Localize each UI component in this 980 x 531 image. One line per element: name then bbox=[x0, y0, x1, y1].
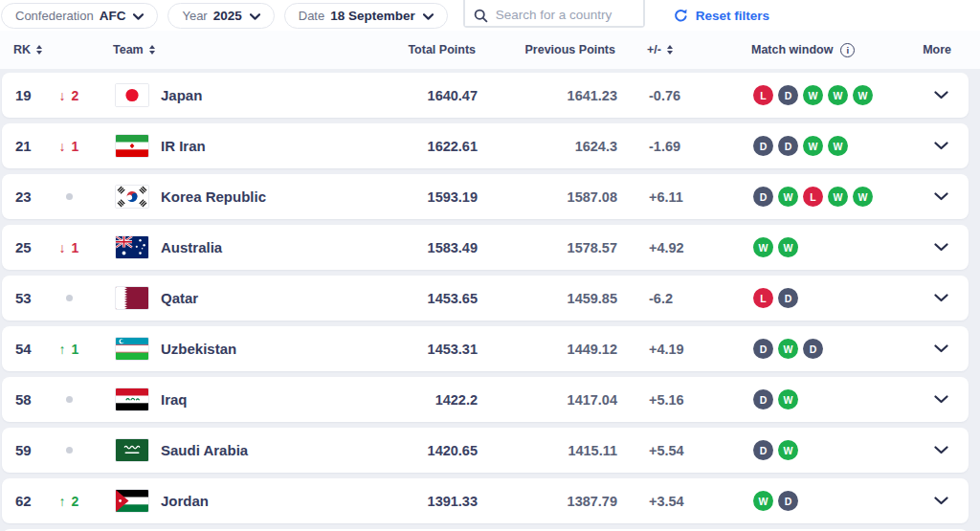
column-header-plus-minus[interactable]: +/- bbox=[615, 43, 721, 56]
no-change-dot bbox=[66, 295, 73, 301]
match-result-badge: W bbox=[778, 339, 798, 359]
table-header: RK Team Total Points Previous Points +/-… bbox=[0, 31, 980, 69]
match-result-badge: W bbox=[778, 187, 798, 207]
chevron-down-icon[interactable] bbox=[930, 138, 952, 154]
team-flag bbox=[115, 438, 149, 462]
confederation-filter[interactable]: Confederation AFC bbox=[1, 3, 158, 29]
team-flag bbox=[115, 134, 149, 158]
team-flag bbox=[115, 83, 149, 107]
chevron-down-icon[interactable] bbox=[930, 188, 952, 205]
movement-arrow-icon: ↓ bbox=[59, 240, 66, 255]
points-change: -0.76 bbox=[649, 88, 680, 103]
team-name[interactable]: Uzbekistan bbox=[161, 341, 236, 357]
column-header-rank[interactable]: RK bbox=[0, 43, 42, 56]
points-change: +6.11 bbox=[649, 189, 683, 205]
team-name[interactable]: IR Iran bbox=[161, 138, 206, 154]
total-points: 1593.19 bbox=[428, 189, 478, 205]
movement-arrow-icon: ↓ bbox=[59, 139, 66, 154]
column-header-more: More bbox=[898, 43, 967, 56]
match-result-badge: D bbox=[778, 136, 798, 156]
previous-points: 1641.23 bbox=[568, 88, 617, 103]
total-points: 1583.49 bbox=[428, 240, 478, 255]
table-row: 59 Saudi Arabia 1420.65 1415.11 +5.54 DW bbox=[2, 428, 969, 473]
column-header-team-label: Team bbox=[113, 43, 144, 56]
movement-value: 2 bbox=[72, 494, 79, 509]
match-results: WW bbox=[753, 237, 803, 257]
team-name[interactable]: Qatar bbox=[161, 290, 198, 306]
rank: 21 bbox=[15, 138, 32, 154]
movement-arrow-icon: ↑ bbox=[59, 494, 66, 509]
match-result-badge: W bbox=[853, 187, 873, 207]
movement-arrow-icon: ↓ bbox=[59, 88, 66, 103]
chevron-down-icon[interactable] bbox=[930, 341, 952, 357]
team-flag bbox=[115, 489, 149, 513]
chevron-down-icon[interactable] bbox=[930, 493, 952, 509]
team-flag bbox=[115, 387, 149, 411]
column-header-more-label: More bbox=[923, 43, 951, 56]
column-header-match-window-label: Match window bbox=[751, 43, 833, 56]
team-name[interactable]: Jordan bbox=[161, 493, 209, 509]
rank-movement: ↓1 bbox=[59, 139, 79, 154]
team-name[interactable]: Japan bbox=[161, 87, 202, 103]
rank: 25 bbox=[15, 239, 32, 255]
year-filter-value: 2025 bbox=[213, 9, 242, 23]
sort-icon bbox=[149, 45, 155, 55]
rank: 58 bbox=[15, 391, 32, 408]
match-result-badge: D bbox=[753, 187, 773, 207]
team-name[interactable]: Saudi Arabia bbox=[161, 442, 248, 458]
column-header-total-points-label: Total Points bbox=[408, 43, 476, 56]
points-change: +5.16 bbox=[649, 392, 684, 408]
column-header-team[interactable]: Team bbox=[92, 43, 379, 56]
date-filter-value: 18 September bbox=[330, 9, 415, 23]
points-change: +3.54 bbox=[649, 494, 684, 509]
chevron-down-icon bbox=[423, 7, 434, 24]
sort-icon bbox=[667, 45, 673, 55]
previous-points: 1578.57 bbox=[568, 240, 617, 255]
points-change: +4.19 bbox=[649, 342, 684, 357]
movement-arrow-icon: ↑ bbox=[59, 342, 66, 357]
match-results: DWLWW bbox=[753, 187, 878, 207]
table-row: 19 ↓2 Japan 1640.47 1641.23 -0.76 LDWWW bbox=[2, 73, 969, 118]
points-change: +5.54 bbox=[649, 443, 684, 458]
chevron-down-icon[interactable] bbox=[930, 290, 952, 306]
rank: 19 bbox=[15, 87, 32, 103]
team-name[interactable]: Australia bbox=[161, 239, 222, 255]
match-result-badge: D bbox=[778, 491, 798, 511]
total-points: 1422.2 bbox=[435, 392, 478, 408]
chevron-down-icon[interactable] bbox=[930, 391, 952, 408]
movement-value: 1 bbox=[72, 240, 79, 255]
team-flag bbox=[115, 235, 149, 259]
match-results: WD bbox=[753, 491, 803, 511]
chevron-down-icon[interactable] bbox=[930, 442, 952, 458]
team-name[interactable]: Korea Republic bbox=[161, 188, 266, 205]
chevron-down-icon[interactable] bbox=[930, 87, 952, 103]
team-name[interactable]: Iraq bbox=[161, 391, 188, 408]
match-result-badge: W bbox=[803, 85, 823, 105]
year-filter[interactable]: Year 2025 bbox=[167, 3, 274, 29]
previous-points: 1415.11 bbox=[568, 443, 617, 458]
match-results: LDWWW bbox=[753, 85, 878, 105]
info-icon[interactable] bbox=[840, 43, 855, 57]
column-header-match-window: Match window bbox=[721, 43, 898, 57]
rank-movement bbox=[66, 193, 73, 200]
team-flag bbox=[115, 286, 149, 310]
reset-filters-button[interactable]: Reset filters bbox=[674, 9, 769, 23]
date-filter[interactable]: Date 18 September bbox=[284, 3, 448, 29]
movement-value: 1 bbox=[72, 342, 79, 357]
table-row: 53 Qatar 1453.65 1459.85 -6.2 LD bbox=[2, 276, 969, 321]
match-result-badge: L bbox=[753, 85, 773, 105]
previous-points: 1587.08 bbox=[568, 189, 617, 205]
total-points: 1640.47 bbox=[428, 88, 478, 103]
rank-movement: ↑1 bbox=[59, 342, 79, 357]
chevron-down-icon[interactable] bbox=[930, 239, 952, 255]
match-results: LD bbox=[753, 288, 803, 308]
no-change-dot bbox=[66, 396, 73, 403]
previous-points: 1459.85 bbox=[568, 291, 617, 306]
column-header-plus-minus-label: +/- bbox=[647, 43, 661, 56]
total-points: 1453.65 bbox=[428, 291, 478, 306]
rank: 23 bbox=[15, 188, 32, 205]
match-result-badge: D bbox=[778, 85, 798, 105]
search-input[interactable] bbox=[465, 0, 643, 26]
rank-movement bbox=[66, 396, 73, 403]
match-result-badge: W bbox=[828, 187, 848, 207]
